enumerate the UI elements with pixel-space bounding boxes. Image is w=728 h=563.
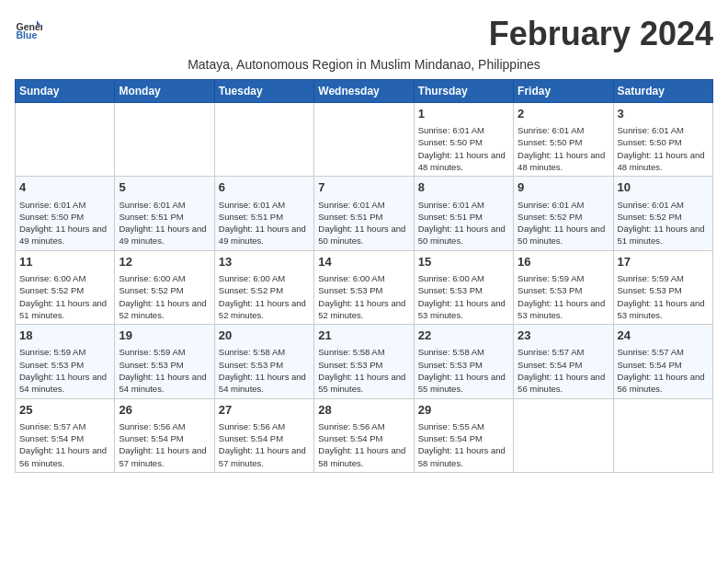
day-info: Sunset: 5:50 PM xyxy=(618,136,709,148)
day-info: Sunset: 5:53 PM xyxy=(518,284,609,296)
day-info: Daylight: 11 hours and 52 minutes. xyxy=(219,297,310,322)
calendar-week-row: 4Sunrise: 6:01 AMSunset: 5:50 PMDaylight… xyxy=(16,177,713,250)
day-info: Sunset: 5:52 PM xyxy=(19,284,110,296)
day-info: Daylight: 11 hours and 49 minutes. xyxy=(119,223,210,247)
day-info: Sunrise: 5:59 AM xyxy=(19,346,110,358)
calendar-cell: 19Sunrise: 5:59 AMSunset: 5:53 PMDayligh… xyxy=(115,325,214,398)
day-info: Daylight: 11 hours and 49 minutes. xyxy=(219,223,310,247)
day-info: Daylight: 11 hours and 51 minutes. xyxy=(618,223,709,247)
svg-text:Blue: Blue xyxy=(17,29,38,40)
calendar-cell: 11Sunrise: 6:00 AMSunset: 5:52 PMDayligh… xyxy=(16,250,115,324)
calendar-day-header: Saturday xyxy=(613,80,712,103)
day-info: Sunset: 5:53 PM xyxy=(418,359,509,371)
day-info: Sunrise: 6:01 AM xyxy=(618,199,709,211)
calendar-day-header: Tuesday xyxy=(214,80,313,103)
day-info: Sunset: 5:50 PM xyxy=(418,136,509,148)
day-info: Sunrise: 5:56 AM xyxy=(318,420,409,432)
day-info: Daylight: 11 hours and 54 minutes. xyxy=(19,371,110,396)
day-info: Sunset: 5:53 PM xyxy=(19,359,110,371)
calendar-cell: 15Sunrise: 6:00 AMSunset: 5:53 PMDayligh… xyxy=(414,250,513,324)
calendar-cell: 27Sunrise: 5:56 AMSunset: 5:54 PMDayligh… xyxy=(214,398,313,472)
day-info: Sunset: 5:51 PM xyxy=(219,211,310,223)
day-info: Sunrise: 6:00 AM xyxy=(318,272,409,284)
calendar-cell: 16Sunrise: 5:59 AMSunset: 5:53 PMDayligh… xyxy=(514,250,613,324)
calendar-cell: 13Sunrise: 6:00 AMSunset: 5:52 PMDayligh… xyxy=(214,250,313,324)
day-number: 8 xyxy=(418,179,509,196)
day-number: 20 xyxy=(219,327,310,344)
day-info: Daylight: 11 hours and 50 minutes. xyxy=(518,223,609,247)
day-number: 28 xyxy=(318,402,409,419)
day-info: Sunset: 5:53 PM xyxy=(418,284,509,296)
calendar-cell: 22Sunrise: 5:58 AMSunset: 5:53 PMDayligh… xyxy=(414,325,513,398)
day-info: Daylight: 11 hours and 49 minutes. xyxy=(19,223,110,247)
calendar-cell xyxy=(314,103,414,177)
logo-icon: General Blue xyxy=(15,15,42,42)
day-number: 9 xyxy=(518,179,609,196)
day-info: Daylight: 11 hours and 50 minutes. xyxy=(418,223,509,247)
calendar-cell xyxy=(613,398,712,472)
calendar-cell: 4Sunrise: 6:01 AMSunset: 5:50 PMDaylight… xyxy=(16,177,115,250)
calendar-cell: 28Sunrise: 5:56 AMSunset: 5:54 PMDayligh… xyxy=(314,398,414,472)
calendar-cell: 6Sunrise: 6:01 AMSunset: 5:51 PMDaylight… xyxy=(214,177,313,250)
day-info: Sunrise: 6:01 AM xyxy=(318,199,409,211)
day-number: 6 xyxy=(219,179,310,196)
day-info: Sunrise: 5:57 AM xyxy=(19,420,110,432)
calendar-cell: 8Sunrise: 6:01 AMSunset: 5:51 PMDaylight… xyxy=(414,177,513,250)
calendar-week-row: 1Sunrise: 6:01 AMSunset: 5:50 PMDaylight… xyxy=(16,103,713,177)
day-info: Sunset: 5:52 PM xyxy=(219,284,310,296)
day-info: Daylight: 11 hours and 48 minutes. xyxy=(418,149,509,174)
calendar-body: 1Sunrise: 6:01 AMSunset: 5:50 PMDaylight… xyxy=(16,103,713,473)
day-info: Sunset: 5:54 PM xyxy=(119,432,210,444)
day-info: Daylight: 11 hours and 56 minutes. xyxy=(618,371,709,396)
day-info: Sunrise: 6:01 AM xyxy=(19,199,110,211)
day-info: Sunrise: 5:56 AM xyxy=(119,420,210,432)
day-info: Sunset: 5:54 PM xyxy=(219,432,310,444)
calendar-cell: 7Sunrise: 6:01 AMSunset: 5:51 PMDaylight… xyxy=(314,177,414,250)
day-info: Daylight: 11 hours and 48 minutes. xyxy=(618,149,709,174)
day-info: Sunset: 5:50 PM xyxy=(19,211,110,223)
calendar-cell xyxy=(214,103,313,177)
calendar-day-header: Wednesday xyxy=(314,80,414,103)
page-header: General Blue February 2024 xyxy=(15,15,713,53)
day-info: Sunset: 5:51 PM xyxy=(418,211,509,223)
day-number: 16 xyxy=(518,254,609,270)
day-info: Daylight: 11 hours and 54 minutes. xyxy=(219,371,310,396)
day-number: 15 xyxy=(418,254,509,270)
day-info: Sunrise: 6:00 AM xyxy=(119,272,210,284)
day-number: 17 xyxy=(618,254,709,270)
calendar-week-row: 18Sunrise: 5:59 AMSunset: 5:53 PMDayligh… xyxy=(16,325,713,398)
calendar-cell: 23Sunrise: 5:57 AMSunset: 5:54 PMDayligh… xyxy=(514,325,613,398)
calendar-cell: 1Sunrise: 6:01 AMSunset: 5:50 PMDaylight… xyxy=(414,103,513,177)
day-number: 14 xyxy=(318,254,409,270)
calendar-day-header: Thursday xyxy=(414,80,513,103)
day-info: Daylight: 11 hours and 53 minutes. xyxy=(418,297,509,322)
day-info: Sunset: 5:51 PM xyxy=(119,211,210,223)
calendar-week-row: 11Sunrise: 6:00 AMSunset: 5:52 PMDayligh… xyxy=(16,250,713,324)
calendar-cell: 24Sunrise: 5:57 AMSunset: 5:54 PMDayligh… xyxy=(613,325,712,398)
day-info: Sunrise: 5:57 AM xyxy=(618,346,709,358)
day-info: Sunset: 5:53 PM xyxy=(618,284,709,296)
day-number: 18 xyxy=(19,327,110,344)
day-info: Daylight: 11 hours and 55 minutes. xyxy=(318,371,409,396)
day-info: Sunrise: 6:01 AM xyxy=(618,124,709,136)
day-info: Sunrise: 5:59 AM xyxy=(119,346,210,358)
day-info: Sunset: 5:53 PM xyxy=(119,359,210,371)
day-info: Daylight: 11 hours and 57 minutes. xyxy=(219,444,310,469)
day-number: 26 xyxy=(119,402,210,419)
calendar-cell xyxy=(16,103,115,177)
calendar-cell: 17Sunrise: 5:59 AMSunset: 5:53 PMDayligh… xyxy=(613,250,712,324)
calendar-cell: 2Sunrise: 6:01 AMSunset: 5:50 PMDaylight… xyxy=(514,103,613,177)
day-info: Sunrise: 5:59 AM xyxy=(618,272,709,284)
day-info: Daylight: 11 hours and 58 minutes. xyxy=(418,444,509,469)
day-info: Sunset: 5:54 PM xyxy=(618,359,709,371)
day-info: Sunset: 5:52 PM xyxy=(119,284,210,296)
calendar-subtitle: Mataya, Autonomous Region in Muslim Mind… xyxy=(15,57,713,72)
day-info: Daylight: 11 hours and 56 minutes. xyxy=(19,444,110,469)
day-number: 25 xyxy=(19,402,110,419)
day-info: Daylight: 11 hours and 52 minutes. xyxy=(318,297,409,322)
day-number: 2 xyxy=(518,106,609,122)
calendar-cell: 9Sunrise: 6:01 AMSunset: 5:52 PMDaylight… xyxy=(514,177,613,250)
day-info: Sunrise: 5:58 AM xyxy=(219,346,310,358)
day-info: Sunrise: 5:57 AM xyxy=(518,346,609,358)
day-info: Sunset: 5:52 PM xyxy=(518,211,609,223)
